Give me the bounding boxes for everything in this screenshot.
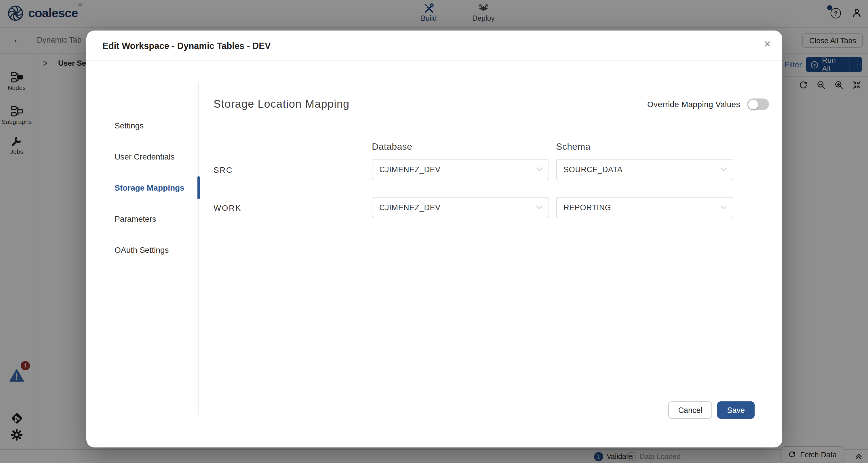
storage-mapping-panel: Storage Location Mapping Override Mappin… xyxy=(214,61,769,447)
chevron-down-icon xyxy=(536,205,543,210)
mapping-row-label: WORK xyxy=(214,203,372,212)
modal-nav: Settings User Credentials Storage Mappin… xyxy=(86,82,198,415)
select-value: CJIMENEZ_DEV xyxy=(379,165,441,174)
modal-nav-storage-mappings[interactable]: Storage Mappings xyxy=(86,172,198,203)
select-value: SOURCE_DATA xyxy=(563,165,622,174)
nav-item-label: OAuth Settings xyxy=(115,245,169,255)
work-database-select[interactable]: CJIMENEZ_DEV xyxy=(372,197,549,218)
select-value: REPORTING xyxy=(563,203,611,212)
cancel-button[interactable]: Cancel xyxy=(668,401,712,419)
close-icon[interactable]: × xyxy=(764,38,771,50)
nav-item-label: User Credentials xyxy=(115,152,175,161)
mapping-row-src: SRC CJIMENEZ_DEV SOURCE_DATA xyxy=(214,159,769,180)
nav-item-label: Settings xyxy=(115,121,144,130)
save-button[interactable]: Save xyxy=(717,401,754,419)
app-root: coalesce® Build xyxy=(0,0,868,463)
src-schema-select[interactable]: SOURCE_DATA xyxy=(556,159,733,180)
mapping-row-label: SRC xyxy=(214,165,372,174)
toggle-knob xyxy=(748,99,758,109)
chevron-down-icon xyxy=(720,167,727,172)
section-divider xyxy=(214,123,769,123)
override-mapping-toggle[interactable] xyxy=(747,98,769,110)
src-database-select[interactable]: CJIMENEZ_DEV xyxy=(372,159,549,180)
mapping-row-work: WORK CJIMENEZ_DEV REPORTING xyxy=(214,197,769,218)
select-value: CJIMENEZ_DEV xyxy=(379,203,441,212)
modal-nav-settings[interactable]: Settings xyxy=(86,110,198,141)
modal-nav-parameters[interactable]: Parameters xyxy=(86,203,198,234)
chevron-down-icon xyxy=(536,167,543,172)
column-header-schema: Schema xyxy=(556,142,733,152)
modal-header: Edit Workspace - Dynamic Tables - DEV × xyxy=(86,31,782,61)
nav-item-label: Storage Mappings xyxy=(115,183,184,192)
modal-footer: Cancel Save xyxy=(668,401,754,419)
section-heading: Storage Location Mapping xyxy=(214,98,349,111)
modal-nav-oauth-settings[interactable]: OAuth Settings xyxy=(86,234,198,265)
work-schema-select[interactable]: REPORTING xyxy=(556,197,733,218)
override-mapping-label: Override Mapping Values xyxy=(647,99,740,109)
modal-nav-user-credentials[interactable]: User Credentials xyxy=(86,141,198,172)
chevron-down-icon xyxy=(720,205,727,210)
edit-workspace-modal: Edit Workspace - Dynamic Tables - DEV × … xyxy=(86,31,782,447)
column-header-database: Database xyxy=(372,142,549,152)
nav-item-label: Parameters xyxy=(115,214,156,224)
modal-title: Edit Workspace - Dynamic Tables - DEV xyxy=(102,31,271,61)
